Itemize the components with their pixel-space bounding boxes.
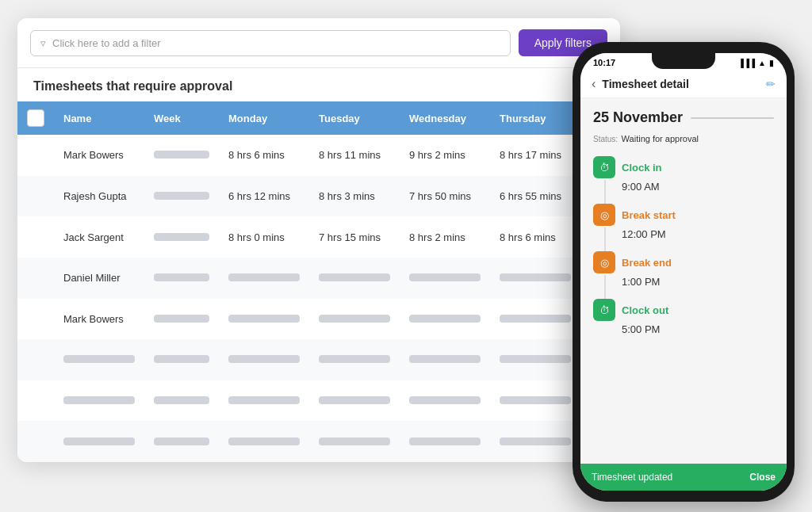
cell-name: Mark Bowers [54,135,144,176]
table-row: Daniel Miller [17,258,620,299]
battery-icon: ▮ [769,59,774,67]
cell-name: Jack Sargent [54,216,144,258]
row-edit-cell [17,176,54,217]
timeline-item: ⏱Clock out5:00 PM [593,299,774,338]
cell-thursday [490,299,580,340]
table-row: Rajesh Gupta6 hrs 12 mins8 hrs 3 mins7 h… [17,176,620,217]
timeline-label: Clock in [622,162,662,174]
cell-tuesday: 8 hrs 3 mins [309,176,400,217]
cell-monday: 8 hrs 0 mins [219,216,309,258]
table-row [17,339,620,380]
cell-name [54,339,144,380]
cell-week [144,216,219,258]
cell-name: Daniel Miller [54,258,144,299]
cell-week [144,380,219,422]
cell-week [144,421,219,462]
timesheet-table: ✏ Name Week Monday Tuesday Wednesday Thu… [17,101,620,462]
row-edit-cell [17,421,54,462]
cell-monday [219,380,309,422]
cell-tuesday [309,258,400,299]
cell-wednesday: 7 hrs 50 mins [400,176,490,217]
timeline-time: 5:00 PM [593,323,774,335]
row-edit-cell [17,380,54,422]
cell-tuesday [309,380,400,422]
filter-placeholder: Click here to add a filter [52,37,161,49]
col-thursday: Thursday [490,101,580,135]
col-tuesday: Tuesday [309,101,400,135]
cell-wednesday [400,339,490,380]
filter-bar: ▿ Click here to add a filter Apply filte… [17,18,620,68]
cell-thursday: 6 hrs 55 mins [490,176,580,217]
timeline-item: ◎Break end1:00 PM [593,251,774,291]
clock-in-icon: ⏱ [593,156,615,178]
section-title: Timesheets that require approval [17,68,620,101]
timeline-time: 9:00 AM [593,181,774,193]
table-row: Jack Sargent8 hrs 0 mins7 hrs 15 mins8 h… [17,216,620,258]
cell-monday [219,258,309,299]
cell-tuesday [309,339,400,380]
status-label: Status: [593,135,618,143]
phone: 10:17 ▐▐▐ ▲ ▮ ‹ Timesheet detail ✏ [573,42,795,502]
cell-monday [219,421,309,462]
card-body: Timesheets that require approval ✏ Name … [17,68,620,462]
cell-week [144,339,219,380]
table-row: Mark Bowers8 hrs 6 mins8 hrs 11 mins9 hr… [17,135,620,176]
footer-message: Timesheet updated [592,472,672,483]
cell-tuesday [309,299,400,340]
timeline-item: ◎Break start12:00 PM [593,204,774,243]
desktop-card: ▿ Click here to add a filter Apply filte… [17,18,620,462]
cell-thursday: 8 hrs 6 mins [490,216,580,258]
close-button[interactable]: Close [749,472,776,483]
cell-week [144,176,219,217]
row-edit-cell [17,216,54,258]
cell-name: Mark Bowers [54,299,144,340]
col-edit: ✏ [17,101,54,135]
cell-thursday [490,339,580,380]
timeline-header: ◎Break end [593,251,774,273]
status-icons: ▐▐▐ ▲ ▮ [738,59,774,67]
break-end-icon: ◎ [593,251,615,273]
cell-wednesday: 9 hrs 2 mins [400,135,490,176]
cell-name [54,380,144,422]
cell-thursday [490,258,580,299]
status-value: Waiting for approval [622,134,699,143]
timeline-time: 1:00 PM [593,276,774,288]
row-edit-cell [17,135,54,176]
phone-wrap: 10:17 ▐▐▐ ▲ ▮ ‹ Timesheet detail ✏ [573,42,795,502]
edit-icon-phone[interactable]: ✏ [766,78,776,90]
back-button[interactable]: ‹ [592,77,596,91]
cell-name [54,421,144,462]
timeline-header: ⏱Clock out [593,299,774,321]
break-start-icon: ◎ [593,204,615,226]
filter-input-wrap[interactable]: ▿ Click here to add a filter [30,30,511,56]
table-row [17,421,620,462]
cell-wednesday [400,258,490,299]
date-row: 25 November [593,109,774,126]
cell-tuesday: 7 hrs 15 mins [309,216,400,258]
cell-thursday [490,380,580,422]
clock-out-icon: ⏱ [593,299,615,321]
table-row [17,380,620,422]
cell-week [144,299,219,340]
cell-name: Rajesh Gupta [54,176,144,217]
nav-title: Timesheet detail [602,78,760,90]
cell-wednesday [400,299,490,340]
cell-monday [219,339,309,380]
cell-wednesday: 8 hrs 2 mins [400,216,490,258]
phone-screen: 10:17 ▐▐▐ ▲ ▮ ‹ Timesheet detail ✏ [580,53,787,491]
cell-thursday: 8 hrs 17 mins [490,135,580,176]
date-line [691,117,774,119]
row-edit-cell [17,258,54,299]
timeline-container: ⏱Clock in9:00 AM◎Break start12:00 PM◎Bre… [593,156,774,338]
timeline-label: Break end [622,257,672,269]
col-name: Name [54,101,144,135]
phone-nav: ‹ Timesheet detail ✏ [580,71,787,98]
filter-icon: ▿ [40,37,46,49]
cell-tuesday [309,421,400,462]
signal-icon: ▐▐▐ [738,59,755,67]
edit-pencil-header[interactable]: ✏ [27,109,44,127]
cell-week [144,258,219,299]
cell-monday: 8 hrs 6 mins [219,135,309,176]
status-row: Status: Waiting for approval [593,131,774,145]
date-text: 25 November [593,109,683,126]
